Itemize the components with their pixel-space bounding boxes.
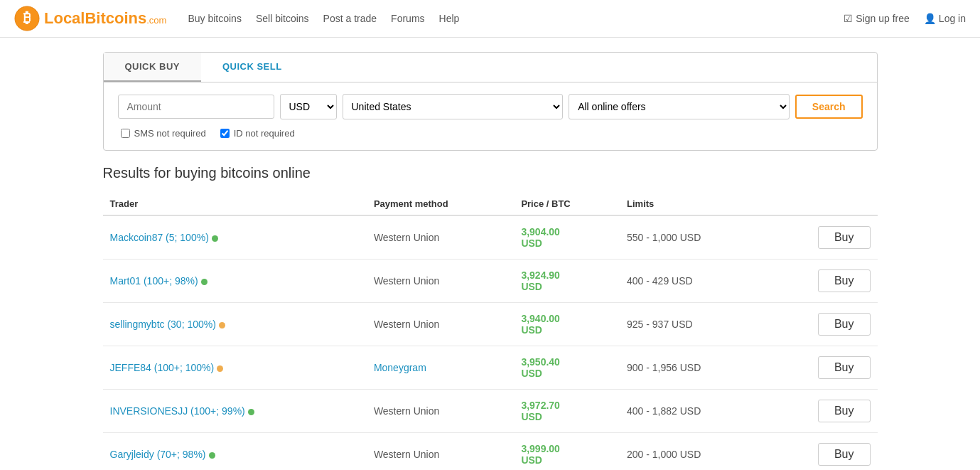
buy-button[interactable]: Buy xyxy=(818,269,871,292)
trader-link[interactable]: INVERSIONESJJ (100+; 99%) xyxy=(110,405,245,417)
table-row: Mackcoin87 (5; 100%)Western Union3,904.0… xyxy=(103,215,878,260)
status-dot xyxy=(209,452,215,459)
payment-method: Western Union xyxy=(367,390,515,433)
nav-post-trade[interactable]: Post a trade xyxy=(323,13,377,24)
limits-cell: 925 - 937 USD xyxy=(620,303,767,346)
price-cell: 3,904.00USD xyxy=(514,215,620,260)
tab-quick-sell[interactable]: QUICK SELL xyxy=(201,53,303,82)
col-trader: Trader xyxy=(103,193,367,215)
trader-link[interactable]: Mackcoin87 (5; 100%) xyxy=(110,232,209,243)
limits-cell: 400 - 429 USD xyxy=(620,260,767,303)
filter-row: SMS not required ID not required xyxy=(118,128,863,139)
currency-select[interactable]: USD EUR GBP xyxy=(280,94,337,119)
nav-forums[interactable]: Forums xyxy=(391,13,424,24)
status-dot xyxy=(217,365,223,372)
results-section: Results for buying bitcoins online Trade… xyxy=(103,165,878,470)
amount-input[interactable] xyxy=(118,95,274,119)
price-cell: 3,940.00USD xyxy=(514,303,620,346)
status-dot xyxy=(219,322,225,329)
payment-method: Western Union xyxy=(367,433,515,471)
price-cell: 3,950.40USD xyxy=(514,346,620,390)
offer-type-select[interactable]: All online offers Western Union Moneygra… xyxy=(569,94,790,119)
nav-sell-bitcoins[interactable]: Sell bitcoins xyxy=(256,13,309,24)
limits-cell: 200 - 1,000 USD xyxy=(620,433,767,471)
table-header-row: Trader Payment method Price / BTC Limits xyxy=(103,193,878,215)
payment-method-link[interactable]: Moneygram xyxy=(374,362,426,373)
buy-button[interactable]: Buy xyxy=(818,400,871,422)
login-link[interactable]: 👤 Log in xyxy=(924,13,966,24)
status-dot xyxy=(212,235,218,242)
col-payment: Payment method xyxy=(367,193,515,215)
status-dot xyxy=(201,279,208,285)
id-checkbox[interactable] xyxy=(220,129,230,138)
payment-method: Western Union xyxy=(367,260,515,303)
sms-checkbox[interactable] xyxy=(121,129,130,138)
trader-link[interactable]: Garyjleidy (70+; 98%) xyxy=(110,449,206,460)
search-button[interactable]: Search xyxy=(795,95,863,119)
buy-button[interactable]: Buy xyxy=(818,356,871,379)
search-tabs: QUICK BUY QUICK SELL xyxy=(104,53,877,82)
user-icon: 👤 xyxy=(924,13,936,24)
id-filter-label[interactable]: ID not required xyxy=(220,128,295,139)
col-action xyxy=(767,193,878,215)
price-cell: 3,972.70USD xyxy=(514,390,620,433)
nav-help[interactable]: Help xyxy=(439,13,460,24)
search-panel: QUICK BUY QUICK SELL USD EUR GBP United … xyxy=(103,52,878,151)
country-select[interactable]: United States United Kingdom Canada xyxy=(343,94,564,119)
price-cell: 3,999.00USD xyxy=(514,433,620,471)
header-right: ☑ Sign up free 👤 Log in xyxy=(844,13,966,24)
table-row: Garyjleidy (70+; 98%)Western Union3,999.… xyxy=(103,433,878,471)
limits-cell: 400 - 1,882 USD xyxy=(620,390,767,433)
search-row: USD EUR GBP United States United Kingdom… xyxy=(118,94,863,119)
price-cell: 3,924.90USD xyxy=(514,260,620,303)
tab-quick-buy[interactable]: QUICK BUY xyxy=(104,53,201,82)
logo-icon: ₿ xyxy=(14,6,40,31)
buy-button[interactable]: Buy xyxy=(818,313,871,336)
col-price: Price / BTC xyxy=(514,193,620,215)
trader-link[interactable]: Mart01 (100+; 98%) xyxy=(110,275,198,287)
payment-method: Western Union xyxy=(367,215,515,260)
signup-link[interactable]: ☑ Sign up free xyxy=(844,13,910,24)
table-row: INVERSIONESJJ (100+; 99%)Western Union3,… xyxy=(103,390,878,433)
col-limits: Limits xyxy=(620,193,767,215)
results-table: Trader Payment method Price / BTC Limits… xyxy=(103,193,878,470)
logo[interactable]: ₿ LocalBitcoins.com xyxy=(14,6,166,31)
check-icon: ☑ xyxy=(844,13,853,24)
trader-link[interactable]: sellingmybtc (30; 100%) xyxy=(110,319,216,330)
payment-method: Western Union xyxy=(367,303,515,346)
header: ₿ LocalBitcoins.com Buy bitcoins Sell bi… xyxy=(0,0,980,38)
svg-text:₿: ₿ xyxy=(23,10,31,26)
buy-button[interactable]: Buy xyxy=(818,226,871,249)
limits-cell: 550 - 1,000 USD xyxy=(620,215,767,260)
table-row: sellingmybtc (30; 100%)Western Union3,94… xyxy=(103,303,878,346)
search-form: USD EUR GBP United States United Kingdom… xyxy=(104,82,877,150)
logo-text: LocalBitcoins.com xyxy=(44,9,166,28)
buy-button[interactable]: Buy xyxy=(818,443,871,466)
nav-buy-bitcoins[interactable]: Buy bitcoins xyxy=(188,13,241,24)
main-nav: Buy bitcoins Sell bitcoins Post a trade … xyxy=(188,13,844,24)
results-title: Results for buying bitcoins online xyxy=(103,165,878,181)
table-row: Mart01 (100+; 98%)Western Union3,924.90U… xyxy=(103,260,878,303)
trader-link[interactable]: JEFFE84 (100+; 100%) xyxy=(110,362,215,373)
limits-cell: 900 - 1,956 USD xyxy=(620,346,767,390)
table-row: JEFFE84 (100+; 100%)Moneygram3,950.40USD… xyxy=(103,346,878,390)
sms-filter-label[interactable]: SMS not required xyxy=(121,128,206,139)
status-dot xyxy=(248,409,254,415)
